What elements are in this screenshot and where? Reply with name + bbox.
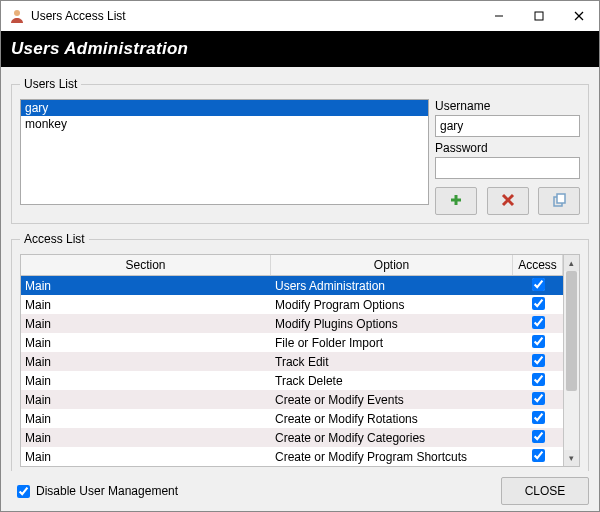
window-title: Users Access List [31, 9, 126, 23]
window: Users Access List Users Administration U… [0, 0, 600, 512]
cell-section: Main [21, 412, 271, 426]
access-checkbox[interactable] [532, 449, 545, 462]
cell-option: Track Edit [271, 355, 513, 369]
grid-row[interactable]: MainCreate or Modify Program Shortcuts [21, 447, 563, 466]
cell-option: File or Folder Import [271, 336, 513, 350]
grid-vertical-scrollbar[interactable]: ▴ ▾ [563, 255, 579, 466]
grid-header: Section Option Access [21, 255, 563, 276]
banner-title: Users Administration [11, 39, 188, 59]
cell-section: Main [21, 336, 271, 350]
users-list-item[interactable]: monkey [21, 116, 428, 132]
user-fields: Username Password [435, 99, 580, 215]
access-checkbox[interactable] [532, 316, 545, 329]
svg-rect-2 [535, 12, 543, 20]
delete-user-button[interactable] [487, 187, 529, 215]
grid-row[interactable]: MainCreate or Modify Categories [21, 428, 563, 447]
cell-option: Modify Program Options [271, 298, 513, 312]
access-checkbox[interactable] [532, 278, 545, 291]
access-checkbox[interactable] [532, 373, 545, 386]
cell-option: Create or Modify Rotations [271, 412, 513, 426]
users-listbox[interactable]: garymonkey [20, 99, 429, 205]
svg-rect-10 [557, 194, 565, 203]
access-checkbox[interactable] [532, 354, 545, 367]
cell-access [513, 297, 563, 313]
username-input[interactable] [435, 115, 580, 137]
header-access[interactable]: Access [513, 255, 563, 275]
cell-section: Main [21, 374, 271, 388]
users-list-item[interactable]: gary [21, 100, 428, 116]
cell-option: Modify Plugins Options [271, 317, 513, 331]
scroll-down-arrow-icon[interactable]: ▾ [564, 450, 579, 466]
grid-row[interactable]: MainTrack Delete [21, 371, 563, 390]
grid-row[interactable]: MainCreate or Modify Events [21, 390, 563, 409]
grid-row[interactable]: MainModify Plugins Options [21, 314, 563, 333]
disable-user-mgmt-checkbox[interactable]: Disable User Management [17, 484, 178, 498]
cell-access [513, 392, 563, 408]
titlebar: Users Access List [1, 1, 599, 31]
access-grid[interactable]: Section Option Access MainUsers Administ… [20, 254, 580, 467]
copy-user-button[interactable] [538, 187, 580, 215]
cell-option: Track Delete [271, 374, 513, 388]
cell-access [513, 430, 563, 446]
page-banner: Users Administration [1, 31, 599, 67]
username-label: Username [435, 99, 580, 113]
access-list-legend: Access List [20, 232, 89, 246]
cell-option: Create or Modify Program Shortcuts [271, 450, 513, 464]
plus-icon [449, 193, 463, 210]
app-icon [9, 8, 25, 24]
cell-section: Main [21, 279, 271, 293]
cell-access [513, 411, 563, 427]
access-checkbox[interactable] [532, 411, 545, 424]
cell-access [513, 335, 563, 351]
cell-section: Main [21, 317, 271, 331]
grid-row[interactable]: MainUsers Administration [21, 276, 563, 295]
cell-access [513, 316, 563, 332]
cell-section: Main [21, 431, 271, 445]
cell-section: Main [21, 298, 271, 312]
cell-option: Create or Modify Categories [271, 431, 513, 445]
disable-user-mgmt-input[interactable] [17, 485, 30, 498]
close-button[interactable]: CLOSE [501, 477, 589, 505]
content-area: Users List garymonkey Username Password [1, 67, 599, 471]
scroll-track[interactable] [564, 271, 579, 450]
delete-x-icon [501, 193, 515, 210]
grid-row[interactable]: MainFile or Folder Import [21, 333, 563, 352]
svg-point-0 [14, 10, 20, 16]
users-list-legend: Users List [20, 77, 81, 91]
minimize-button[interactable] [479, 1, 519, 31]
cell-access [513, 373, 563, 389]
header-section[interactable]: Section [21, 255, 271, 275]
cell-section: Main [21, 450, 271, 464]
password-input[interactable] [435, 157, 580, 179]
close-window-button[interactable] [559, 1, 599, 31]
grid-row[interactable]: MainModify Program Options [21, 295, 563, 314]
disable-user-mgmt-label: Disable User Management [36, 484, 178, 498]
cell-option: Create or Modify Events [271, 393, 513, 407]
password-label: Password [435, 141, 580, 155]
scroll-thumb[interactable] [566, 271, 577, 391]
close-button-label: CLOSE [525, 484, 566, 498]
cell-option: Users Administration [271, 279, 513, 293]
scroll-up-arrow-icon[interactable]: ▴ [564, 255, 579, 271]
access-checkbox[interactable] [532, 297, 545, 310]
cell-access [513, 278, 563, 294]
users-list-group: Users List garymonkey Username Password [11, 77, 589, 224]
access-checkbox[interactable] [532, 335, 545, 348]
copy-icon [552, 193, 566, 210]
maximize-button[interactable] [519, 1, 559, 31]
grid-row[interactable]: MainCreate or Modify Rotations [21, 409, 563, 428]
access-checkbox[interactable] [532, 392, 545, 405]
header-option[interactable]: Option [271, 255, 513, 275]
cell-section: Main [21, 355, 271, 369]
access-list-group: Access List Section Option Access MainUs… [11, 232, 589, 471]
cell-access [513, 449, 563, 465]
footer-bar: Disable User Management CLOSE [1, 471, 599, 511]
add-user-button[interactable] [435, 187, 477, 215]
access-checkbox[interactable] [532, 430, 545, 443]
cell-section: Main [21, 393, 271, 407]
cell-access [513, 354, 563, 370]
grid-row[interactable]: MainTrack Edit [21, 352, 563, 371]
